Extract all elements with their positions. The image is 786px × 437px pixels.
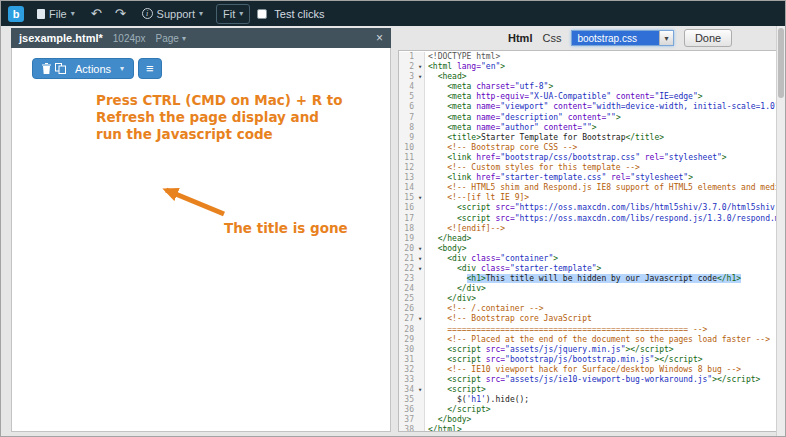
code-line[interactable]: 29 <!-- Placed at the end of the documen… — [399, 335, 786, 345]
line-number[interactable]: 4 — [399, 82, 416, 92]
code-text[interactable]: <!-- /.container --> — [425, 304, 544, 314]
tab-css[interactable]: Css — [542, 32, 561, 44]
line-number[interactable]: 11 — [399, 153, 416, 163]
css-file-select[interactable]: bootstrap.css ▾ — [571, 30, 673, 46]
code-line[interactable]: 10 <!-- Bootstrap core CSS --> — [399, 143, 786, 153]
redo-icon[interactable]: ↷ — [112, 6, 129, 21]
code-text[interactable]: </html> — [425, 425, 462, 432]
code-text[interactable]: <h1>This title will be hidden by our Jav… — [425, 274, 741, 284]
line-number[interactable]: 18 — [399, 224, 416, 234]
line-number[interactable]: 31 — [399, 355, 416, 365]
scrollbar-thumb[interactable] — [778, 28, 784, 98]
code-line[interactable]: 22▾ <div class="starter-template"> — [399, 264, 786, 274]
code-line[interactable]: 35 $('h1').hide(); — [399, 395, 786, 405]
line-number[interactable]: 20 — [399, 244, 416, 254]
code-line[interactable]: 19 </head> — [399, 234, 786, 244]
code-line[interactable]: 20▾ <body> — [399, 244, 786, 254]
done-button[interactable]: Done — [684, 29, 732, 47]
line-number[interactable]: 34 — [399, 385, 416, 395]
line-number[interactable]: 9 — [399, 133, 416, 143]
line-number[interactable]: 8 — [399, 123, 416, 133]
line-number[interactable]: 2 — [399, 62, 416, 72]
line-number[interactable]: 37 — [399, 415, 416, 425]
code-text[interactable]: <link href="starter-template.css" rel="s… — [425, 173, 693, 183]
line-number[interactable]: 12 — [399, 163, 416, 173]
code-text[interactable]: <script src="https://oss.maxcdn.com/libs… — [425, 214, 786, 224]
code-text[interactable]: <meta name="author" content=""> — [425, 123, 597, 133]
code-line[interactable]: 27▾ <!-- Bootstrap core JavaScript — [399, 314, 786, 324]
code-line[interactable]: 25 </div> — [399, 294, 786, 304]
test-clicks-checkbox[interactable] — [257, 9, 267, 19]
fold-arrow-icon[interactable]: ▾ — [416, 264, 425, 274]
hamburger-menu-button[interactable]: ≡ — [138, 58, 162, 79]
code-text[interactable]: <meta name="description" content=""> — [425, 113, 621, 123]
code-line[interactable]: 5 <meta http-equiv="X-UA-Compatible" con… — [399, 92, 786, 102]
code-line[interactable]: 14 <!-- HTML5 shim and Respond.js IE8 su… — [399, 183, 786, 193]
code-line[interactable]: 7 <meta name="description" content=""> — [399, 113, 786, 123]
code-line[interactable]: 31 <script src="bootstrap/js/bootstrap.m… — [399, 355, 786, 365]
line-number[interactable]: 24 — [399, 284, 416, 294]
code-text[interactable]: </body> — [425, 415, 471, 425]
code-text[interactable]: <script src="assets/js/jquery.min.js"></… — [425, 345, 674, 355]
code-text[interactable]: </div> — [425, 294, 476, 304]
line-number[interactable]: 33 — [399, 375, 416, 385]
code-text[interactable]: <script src="bootstrap/js/bootstrap.min.… — [425, 355, 703, 365]
fold-arrow-icon[interactable]: ▾ — [416, 385, 425, 395]
line-number[interactable]: 3 — [399, 72, 416, 82]
line-number[interactable]: 6 — [399, 102, 416, 112]
code-line[interactable]: 24 </div> — [399, 284, 786, 294]
line-number[interactable]: 1 — [399, 52, 416, 62]
app-logo-icon[interactable]: b — [8, 6, 24, 22]
code-line[interactable]: 30 <script src="assets/js/jquery.min.js"… — [399, 345, 786, 355]
code-text[interactable]: </script> — [425, 405, 491, 415]
code-line[interactable]: 32 <!-- IE10 viewport hack for Surface/d… — [399, 365, 786, 375]
line-number[interactable]: 17 — [399, 214, 416, 224]
code-line[interactable]: 3▾ <head> — [399, 72, 786, 82]
code-line[interactable]: 9 <title>Starter Template for Bootstrap<… — [399, 133, 786, 143]
code-line[interactable]: 34▾ <script> — [399, 385, 786, 395]
code-line[interactable]: 18 <![endif]--> — [399, 224, 786, 234]
code-text[interactable]: <meta http-equiv="X-UA-Compatible" conte… — [425, 92, 703, 102]
line-number[interactable]: 10 — [399, 143, 416, 153]
code-line[interactable]: 15▾ <!--[if lt IE 9]> — [399, 193, 786, 203]
code-text[interactable]: </div> — [425, 284, 486, 294]
line-number[interactable]: 22 — [399, 264, 416, 274]
code-line[interactable]: 2▾<html lang="en"> — [399, 62, 786, 72]
code-text[interactable]: <!DOCTYPE html> — [425, 52, 500, 62]
code-line[interactable]: 12 <!-- Custom styles for this template … — [399, 163, 786, 173]
file-menu-button[interactable]: File ▾ — [31, 5, 81, 23]
code-line[interactable]: 16 <script src="https://oss.maxcdn.com/l… — [399, 203, 786, 213]
fold-arrow-icon[interactable]: ▾ — [416, 193, 425, 203]
line-number[interactable]: 15 — [399, 193, 416, 203]
code-line[interactable]: 8 <meta name="author" content=""> — [399, 123, 786, 133]
code-text[interactable]: <!-- Bootstrap core JavaScript — [425, 314, 592, 324]
code-text[interactable]: <!-- Custom styles for this template --> — [425, 163, 640, 173]
line-number[interactable]: 19 — [399, 234, 416, 244]
code-line[interactable]: 26 <!-- /.container --> — [399, 304, 786, 314]
code-text[interactable]: <![endif]--> — [425, 224, 505, 234]
code-line[interactable]: 13 <link href="starter-template.css" rel… — [399, 173, 786, 183]
line-number[interactable]: 14 — [399, 183, 416, 193]
line-number[interactable]: 27 — [399, 314, 416, 324]
code-text[interactable]: <link href="bootstrap/css/bootstrap.css"… — [425, 153, 727, 163]
fit-dropdown[interactable]: Fit ▾ — [216, 4, 250, 24]
actions-dropdown[interactable]: Actions ▾ — [32, 58, 134, 79]
line-number[interactable]: 35 — [399, 395, 416, 405]
code-line[interactable]: 17 <script src="https://oss.maxcdn.com/l… — [399, 214, 786, 224]
fold-arrow-icon[interactable]: ▾ — [416, 62, 425, 72]
code-text[interactable]: <!-- IE10 viewport hack for Surface/desk… — [425, 365, 741, 375]
code-line[interactable]: 4 <meta charset="utf-8"> — [399, 82, 786, 92]
code-text[interactable]: <title>Starter Template for Bootstrap</t… — [425, 133, 664, 143]
code-line[interactable]: 23 <h1>This title will be hidden by our … — [399, 274, 786, 284]
code-text[interactable]: $('h1').hide(); — [425, 395, 529, 405]
code-line[interactable]: 38</html> — [399, 425, 786, 432]
fold-arrow-icon[interactable]: ▾ — [416, 244, 425, 254]
code-text[interactable]: <body> — [425, 244, 467, 254]
page-dropdown[interactable]: Page ▾ — [156, 33, 186, 44]
code-line[interactable]: 28 =====================================… — [399, 325, 786, 335]
code-line[interactable]: 6 <meta name="viewport" content="width=d… — [399, 102, 786, 112]
code-line[interactable]: 21▾ <div class="container"> — [399, 254, 786, 264]
duplicate-icon[interactable] — [55, 63, 66, 74]
trash-icon[interactable] — [42, 63, 51, 74]
code-text[interactable]: <script> — [425, 385, 486, 395]
